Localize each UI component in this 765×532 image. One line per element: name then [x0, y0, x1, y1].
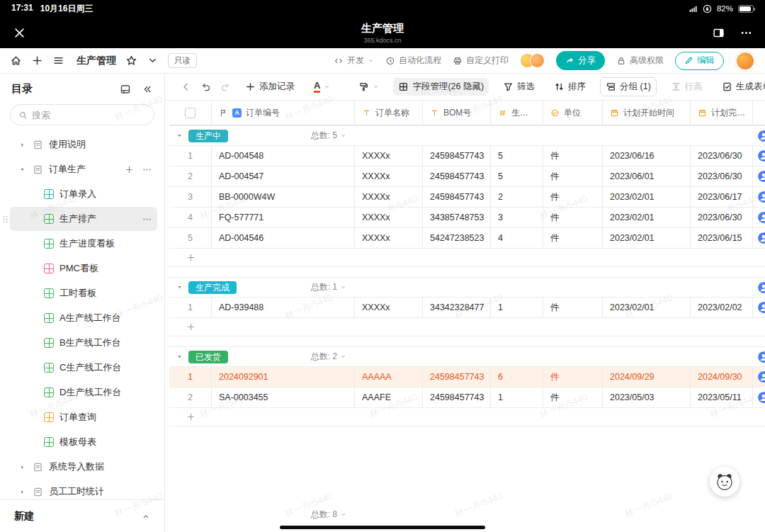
- select-all-cell[interactable]: [169, 101, 212, 125]
- cell[interactable]: 5: [491, 146, 543, 166]
- menu-icon[interactable]: [52, 55, 64, 67]
- row-height-button[interactable]: 行高: [666, 78, 708, 96]
- column-header-4[interactable]: 单位: [543, 101, 603, 125]
- group-count[interactable]: 总数: 2: [169, 351, 346, 363]
- cell[interactable]: 34385748753: [423, 208, 491, 227]
- user-avatar[interactable]: [735, 51, 755, 71]
- cell[interactable]: AD-004547: [212, 166, 355, 186]
- cell[interactable]: XXXXx: [355, 187, 423, 207]
- home-indicator[interactable]: [280, 526, 485, 529]
- cell[interactable]: 件: [543, 367, 603, 387]
- cell[interactable]: 件: [543, 208, 603, 227]
- select-all-checkbox[interactable]: [185, 108, 196, 118]
- add-row-button-0[interactable]: [169, 249, 765, 267]
- cell[interactable]: 4: [491, 228, 543, 248]
- cell[interactable]: XXXXx: [355, 228, 423, 248]
- member-cell[interactable]: [753, 146, 765, 166]
- row-number[interactable]: 1: [169, 298, 212, 317]
- home-icon[interactable]: [10, 55, 22, 67]
- sidebar-item-line-a[interactable]: A生产线工作台: [10, 306, 157, 330]
- back-icon[interactable]: [181, 81, 191, 92]
- sidebar-item-line-b[interactable]: B生产线工作台: [10, 331, 157, 355]
- cell[interactable]: 6: [491, 367, 543, 387]
- row-number[interactable]: 2: [169, 166, 212, 186]
- table-row-0-4[interactable]: 5AD-004546XXXXx542472385234件2023/02/0120…: [169, 228, 765, 249]
- sidebar-item-prod-schedule[interactable]: 生产排产: [10, 207, 157, 231]
- cell[interactable]: FQ-577771: [212, 208, 355, 227]
- star-icon[interactable]: [125, 55, 137, 67]
- chevron-collapsed-icon[interactable]: [17, 142, 27, 148]
- share-button[interactable]: 分享: [556, 51, 605, 70]
- cell[interactable]: 24598457743: [423, 367, 491, 387]
- row-number[interactable]: 2: [169, 387, 212, 407]
- member-cell[interactable]: [753, 166, 765, 186]
- cell[interactable]: 2023/06/30: [691, 146, 753, 166]
- cell[interactable]: AAAFE: [355, 387, 423, 407]
- cell[interactable]: 件: [543, 187, 603, 207]
- member-cell[interactable]: [753, 228, 765, 248]
- cell[interactable]: 件: [543, 166, 603, 186]
- cell[interactable]: 件: [543, 387, 603, 407]
- sidebar-item-sys-import[interactable]: 系统导入数据: [10, 455, 157, 479]
- cell[interactable]: 54247238523: [423, 228, 491, 248]
- cell[interactable]: 2023/06/16: [603, 146, 691, 166]
- sidebar-item-line-d[interactable]: D生产线工作台: [10, 380, 157, 404]
- cell[interactable]: AAAAA: [355, 367, 423, 387]
- chevron-collapsed-icon[interactable]: [17, 489, 27, 495]
- new-sheet-button[interactable]: 新建: [0, 499, 164, 532]
- redo-icon[interactable]: [220, 81, 231, 92]
- cell[interactable]: 2023/06/30: [691, 166, 753, 186]
- add-row-button-1[interactable]: [169, 318, 765, 336]
- cell[interactable]: 件: [543, 146, 603, 166]
- cell[interactable]: 2023/06/30: [691, 208, 753, 227]
- member-cell[interactable]: [753, 298, 765, 317]
- row-number[interactable]: 3: [169, 187, 212, 207]
- cell[interactable]: AD-939488: [212, 298, 355, 317]
- cell[interactable]: 5: [491, 166, 543, 186]
- cell[interactable]: 2023/02/01: [603, 228, 691, 248]
- sidebar-item-order-query[interactable]: 订单查询: [10, 405, 157, 429]
- cell[interactable]: XXXXx: [355, 166, 423, 186]
- column-header-5[interactable]: 计划开始时间: [603, 101, 691, 125]
- sidebar-item-staff-hours[interactable]: 员工工时统计: [10, 480, 157, 499]
- cell[interactable]: XXXXx: [355, 208, 423, 227]
- cell[interactable]: 件: [543, 298, 603, 317]
- column-header-0[interactable]: A订单编号: [212, 101, 355, 125]
- cell[interactable]: 2023/06/01: [603, 166, 691, 186]
- cell[interactable]: 件: [543, 228, 603, 248]
- edit-button[interactable]: 编辑: [675, 52, 724, 70]
- cell[interactable]: XXXXx: [355, 298, 423, 317]
- row-number[interactable]: 1: [169, 367, 212, 387]
- cell[interactable]: BB-0000W4W: [212, 187, 355, 207]
- undo-icon[interactable]: [200, 81, 211, 92]
- cell[interactable]: 2024092901: [212, 367, 355, 387]
- advanced-permission-button[interactable]: 高级权限: [616, 55, 664, 67]
- add-row-button-2[interactable]: [169, 408, 765, 426]
- cell[interactable]: 2023/02/01: [603, 187, 691, 207]
- panel-view-icon[interactable]: [120, 84, 131, 95]
- cell[interactable]: 2023/02/02: [691, 298, 753, 317]
- column-header-6[interactable]: 计划完成时间: [691, 101, 753, 125]
- dev-menu[interactable]: 开发: [334, 55, 374, 67]
- cell[interactable]: 2023/02/01: [603, 298, 691, 317]
- cell[interactable]: 2023/05/11: [691, 387, 753, 407]
- field-manage-button[interactable]: 字段管理(26 隐藏): [393, 78, 489, 96]
- new-tab-icon[interactable]: [31, 55, 43, 67]
- column-header-2[interactable]: BOM号: [423, 101, 491, 125]
- assistant-mascot-button[interactable]: [710, 467, 740, 497]
- column-header-1[interactable]: 订单名称: [355, 101, 423, 125]
- table-row-2-0[interactable]: 12024092901AAAAA245984577436件2024/09/292…: [169, 367, 765, 387]
- more-icon[interactable]: [142, 165, 152, 174]
- sidebar-item-hours-board[interactable]: 工时看板: [10, 281, 157, 305]
- row-number[interactable]: 5: [169, 228, 212, 248]
- group-button[interactable]: 分组 (1): [600, 77, 657, 96]
- group-count[interactable]: 总数: 5: [169, 130, 346, 142]
- group-header-0[interactable]: 生产中总数: 5: [169, 125, 765, 146]
- drag-handle-icon[interactable]: [1, 215, 10, 224]
- cell[interactable]: SA-0003455: [212, 387, 355, 407]
- group-count[interactable]: 总数: 1: [169, 281, 346, 293]
- group-header-2[interactable]: 已发货总数: 2: [169, 346, 765, 367]
- collaborator-avatars[interactable]: [520, 53, 545, 68]
- sidebar-item-line-c[interactable]: C生产线工作台: [10, 356, 157, 380]
- table-row-0-3[interactable]: 4FQ-577771XXXXx343857487533件2023/02/0120…: [169, 208, 765, 228]
